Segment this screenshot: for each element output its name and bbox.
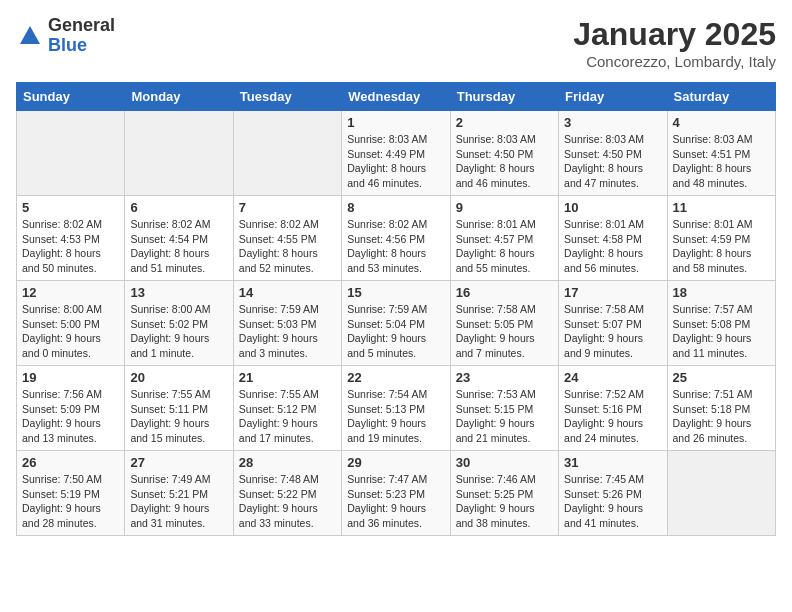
day-number: 14 (239, 285, 336, 300)
calendar-cell: 10Sunrise: 8:01 AMSunset: 4:58 PMDayligh… (559, 196, 667, 281)
day-number: 22 (347, 370, 444, 385)
calendar-cell: 8Sunrise: 8:02 AMSunset: 4:56 PMDaylight… (342, 196, 450, 281)
calendar-cell: 12Sunrise: 8:00 AMSunset: 5:00 PMDayligh… (17, 281, 125, 366)
title-area: January 2025 Concorezzo, Lombardy, Italy (573, 16, 776, 70)
day-info: Sunrise: 7:54 AMSunset: 5:13 PMDaylight:… (347, 387, 444, 446)
calendar-cell: 20Sunrise: 7:55 AMSunset: 5:11 PMDayligh… (125, 366, 233, 451)
header: General Blue January 2025 Concorezzo, Lo… (16, 16, 776, 70)
calendar-week-3: 12Sunrise: 8:00 AMSunset: 5:00 PMDayligh… (17, 281, 776, 366)
day-number: 19 (22, 370, 119, 385)
weekday-header-thursday: Thursday (450, 83, 558, 111)
weekday-header-friday: Friday (559, 83, 667, 111)
calendar-cell (17, 111, 125, 196)
weekday-header-monday: Monday (125, 83, 233, 111)
calendar-cell: 28Sunrise: 7:48 AMSunset: 5:22 PMDayligh… (233, 451, 341, 536)
calendar-cell: 24Sunrise: 7:52 AMSunset: 5:16 PMDayligh… (559, 366, 667, 451)
logo-blue-text: Blue (48, 36, 115, 56)
calendar-week-1: 1Sunrise: 8:03 AMSunset: 4:49 PMDaylight… (17, 111, 776, 196)
calendar-cell: 16Sunrise: 7:58 AMSunset: 5:05 PMDayligh… (450, 281, 558, 366)
day-number: 17 (564, 285, 661, 300)
day-info: Sunrise: 7:57 AMSunset: 5:08 PMDaylight:… (673, 302, 770, 361)
day-number: 6 (130, 200, 227, 215)
calendar-cell: 29Sunrise: 7:47 AMSunset: 5:23 PMDayligh… (342, 451, 450, 536)
calendar-cell: 6Sunrise: 8:02 AMSunset: 4:54 PMDaylight… (125, 196, 233, 281)
calendar-cell: 18Sunrise: 7:57 AMSunset: 5:08 PMDayligh… (667, 281, 775, 366)
day-info: Sunrise: 7:46 AMSunset: 5:25 PMDaylight:… (456, 472, 553, 531)
day-info: Sunrise: 8:03 AMSunset: 4:49 PMDaylight:… (347, 132, 444, 191)
day-number: 4 (673, 115, 770, 130)
day-number: 5 (22, 200, 119, 215)
day-info: Sunrise: 8:02 AMSunset: 4:55 PMDaylight:… (239, 217, 336, 276)
day-info: Sunrise: 7:45 AMSunset: 5:26 PMDaylight:… (564, 472, 661, 531)
day-info: Sunrise: 8:01 AMSunset: 4:57 PMDaylight:… (456, 217, 553, 276)
calendar-cell: 26Sunrise: 7:50 AMSunset: 5:19 PMDayligh… (17, 451, 125, 536)
day-info: Sunrise: 7:53 AMSunset: 5:15 PMDaylight:… (456, 387, 553, 446)
calendar-cell: 9Sunrise: 8:01 AMSunset: 4:57 PMDaylight… (450, 196, 558, 281)
day-number: 23 (456, 370, 553, 385)
day-number: 31 (564, 455, 661, 470)
day-number: 2 (456, 115, 553, 130)
calendar-cell (125, 111, 233, 196)
day-number: 7 (239, 200, 336, 215)
calendar-cell: 21Sunrise: 7:55 AMSunset: 5:12 PMDayligh… (233, 366, 341, 451)
day-number: 21 (239, 370, 336, 385)
day-info: Sunrise: 8:00 AMSunset: 5:02 PMDaylight:… (130, 302, 227, 361)
day-info: Sunrise: 8:03 AMSunset: 4:50 PMDaylight:… (564, 132, 661, 191)
logo-general-text: General (48, 16, 115, 36)
day-number: 24 (564, 370, 661, 385)
weekday-header-sunday: Sunday (17, 83, 125, 111)
calendar-cell (667, 451, 775, 536)
calendar-week-2: 5Sunrise: 8:02 AMSunset: 4:53 PMDaylight… (17, 196, 776, 281)
weekday-header-tuesday: Tuesday (233, 83, 341, 111)
logo: General Blue (16, 16, 115, 56)
weekday-header-saturday: Saturday (667, 83, 775, 111)
day-info: Sunrise: 7:49 AMSunset: 5:21 PMDaylight:… (130, 472, 227, 531)
day-number: 12 (22, 285, 119, 300)
day-info: Sunrise: 7:58 AMSunset: 5:07 PMDaylight:… (564, 302, 661, 361)
calendar-cell: 19Sunrise: 7:56 AMSunset: 5:09 PMDayligh… (17, 366, 125, 451)
calendar-cell: 15Sunrise: 7:59 AMSunset: 5:04 PMDayligh… (342, 281, 450, 366)
day-number: 8 (347, 200, 444, 215)
calendar-cell: 3Sunrise: 8:03 AMSunset: 4:50 PMDaylight… (559, 111, 667, 196)
day-info: Sunrise: 7:58 AMSunset: 5:05 PMDaylight:… (456, 302, 553, 361)
day-info: Sunrise: 7:59 AMSunset: 5:03 PMDaylight:… (239, 302, 336, 361)
day-number: 26 (22, 455, 119, 470)
day-info: Sunrise: 7:52 AMSunset: 5:16 PMDaylight:… (564, 387, 661, 446)
day-number: 15 (347, 285, 444, 300)
logo-icon (16, 22, 44, 50)
calendar-table: SundayMondayTuesdayWednesdayThursdayFrid… (16, 82, 776, 536)
day-info: Sunrise: 7:50 AMSunset: 5:19 PMDaylight:… (22, 472, 119, 531)
calendar-cell: 4Sunrise: 8:03 AMSunset: 4:51 PMDaylight… (667, 111, 775, 196)
day-number: 9 (456, 200, 553, 215)
day-info: Sunrise: 8:00 AMSunset: 5:00 PMDaylight:… (22, 302, 119, 361)
calendar-subtitle: Concorezzo, Lombardy, Italy (573, 53, 776, 70)
day-number: 11 (673, 200, 770, 215)
calendar-cell: 1Sunrise: 8:03 AMSunset: 4:49 PMDaylight… (342, 111, 450, 196)
day-info: Sunrise: 8:02 AMSunset: 4:56 PMDaylight:… (347, 217, 444, 276)
calendar-cell: 5Sunrise: 8:02 AMSunset: 4:53 PMDaylight… (17, 196, 125, 281)
day-info: Sunrise: 7:48 AMSunset: 5:22 PMDaylight:… (239, 472, 336, 531)
calendar-cell: 17Sunrise: 7:58 AMSunset: 5:07 PMDayligh… (559, 281, 667, 366)
day-info: Sunrise: 7:56 AMSunset: 5:09 PMDaylight:… (22, 387, 119, 446)
day-info: Sunrise: 7:55 AMSunset: 5:11 PMDaylight:… (130, 387, 227, 446)
calendar-title: January 2025 (573, 16, 776, 53)
weekday-header-wednesday: Wednesday (342, 83, 450, 111)
day-number: 20 (130, 370, 227, 385)
day-info: Sunrise: 8:02 AMSunset: 4:54 PMDaylight:… (130, 217, 227, 276)
calendar-cell: 2Sunrise: 8:03 AMSunset: 4:50 PMDaylight… (450, 111, 558, 196)
day-info: Sunrise: 7:59 AMSunset: 5:04 PMDaylight:… (347, 302, 444, 361)
calendar-cell: 14Sunrise: 7:59 AMSunset: 5:03 PMDayligh… (233, 281, 341, 366)
calendar-week-5: 26Sunrise: 7:50 AMSunset: 5:19 PMDayligh… (17, 451, 776, 536)
calendar-cell: 31Sunrise: 7:45 AMSunset: 5:26 PMDayligh… (559, 451, 667, 536)
day-info: Sunrise: 8:02 AMSunset: 4:53 PMDaylight:… (22, 217, 119, 276)
calendar-cell: 25Sunrise: 7:51 AMSunset: 5:18 PMDayligh… (667, 366, 775, 451)
svg-marker-0 (20, 26, 40, 44)
day-info: Sunrise: 7:47 AMSunset: 5:23 PMDaylight:… (347, 472, 444, 531)
calendar-cell: 22Sunrise: 7:54 AMSunset: 5:13 PMDayligh… (342, 366, 450, 451)
calendar-cell: 27Sunrise: 7:49 AMSunset: 5:21 PMDayligh… (125, 451, 233, 536)
day-info: Sunrise: 7:51 AMSunset: 5:18 PMDaylight:… (673, 387, 770, 446)
day-number: 30 (456, 455, 553, 470)
day-number: 29 (347, 455, 444, 470)
day-number: 1 (347, 115, 444, 130)
calendar-cell: 11Sunrise: 8:01 AMSunset: 4:59 PMDayligh… (667, 196, 775, 281)
